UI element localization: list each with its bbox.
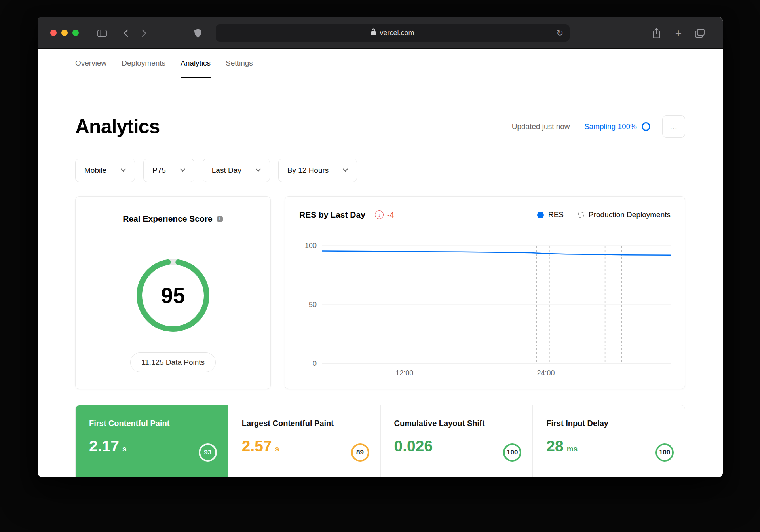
page-header: Analytics Updated just now · Sampling 10… — [75, 115, 685, 138]
timerange-filter-dropdown[interactable]: Last Day — [203, 159, 270, 182]
minimize-window-button[interactable] — [61, 30, 68, 36]
url-text: vercel.com — [380, 29, 414, 37]
new-tab-icon[interactable]: + — [672, 27, 685, 40]
metric-first-contentful-paint[interactable]: First Contentful Paint 2.17 s 93 — [76, 405, 228, 477]
score-badge: 100 — [656, 443, 674, 462]
res-dot-icon — [537, 212, 544, 218]
delta-value: -4 — [387, 210, 394, 220]
lock-icon — [371, 28, 376, 37]
delta-indicator: ↓ -4 — [375, 210, 394, 220]
metric-largest-contentful-paint[interactable]: Largest Contentful Paint 2.57 s 89 — [228, 405, 380, 477]
metric-value: 0.026 — [394, 437, 433, 455]
header-status: Updated just now · Sampling 100% … — [512, 115, 685, 138]
metric-label: First Input Delay — [546, 419, 671, 428]
share-icon[interactable] — [650, 27, 663, 40]
back-icon[interactable] — [119, 27, 133, 40]
percentile-filter-dropdown[interactable]: P75 — [143, 159, 194, 182]
svg-text:50: 50 — [309, 301, 317, 309]
svg-text:12:00: 12:00 — [395, 369, 413, 377]
nav-tab-settings[interactable]: Settings — [226, 49, 253, 78]
legend-res-label: RES — [548, 210, 564, 219]
nav-tab-analytics[interactable]: Analytics — [180, 49, 211, 78]
metric-label: Cumulative Layout Shift — [394, 419, 519, 428]
svg-text:24:00: 24:00 — [537, 369, 555, 377]
chevron-down-icon — [256, 168, 261, 172]
deployment-dashed-circle-icon — [578, 212, 584, 218]
percentile-filter-value: P75 — [152, 166, 166, 175]
res-line-chart[interactable]: 10050012:0024:00 — [299, 239, 671, 381]
chevron-down-icon — [180, 168, 185, 172]
maximize-window-button[interactable] — [72, 30, 79, 36]
score-badge: 93 — [199, 443, 217, 462]
forward-icon[interactable] — [137, 27, 151, 40]
nav-tab-deployments[interactable]: Deployments — [122, 49, 165, 78]
sampling-link[interactable]: Sampling 100% — [584, 122, 637, 131]
updated-status: Updated just now — [512, 122, 570, 131]
cards-row: Real Experience Score i 95 11,125 Data P… — [75, 196, 685, 389]
metric-value: 2.57 — [242, 437, 272, 455]
device-filter-value: Mobile — [84, 166, 106, 175]
chart-title: RES by Last Day — [299, 210, 365, 220]
res-chart-card: RES by Last Day ↓ -4 RES — [285, 196, 685, 389]
refresh-icon[interactable]: ↻ — [556, 29, 563, 37]
chevron-down-icon — [121, 168, 126, 172]
more-options-button[interactable]: … — [662, 115, 685, 138]
tab-overview-icon[interactable] — [693, 27, 707, 40]
address-bar[interactable]: vercel.com ↻ — [216, 24, 570, 42]
metric-cumulative-layout-shift[interactable]: Cumulative Layout Shift 0.026 100 — [380, 405, 533, 477]
legend-res[interactable]: RES — [537, 210, 564, 219]
score-badge: 89 — [351, 443, 369, 462]
metric-value-row: 28 ms — [546, 437, 671, 455]
metric-value: 28 — [546, 437, 563, 455]
interval-filter-value: By 12 Hours — [287, 166, 329, 175]
analytics-content: Analytics Updated just now · Sampling 10… — [38, 115, 723, 477]
res-card-title: Real Experience Score i — [123, 214, 223, 223]
project-nav: Overview Deployments Analytics Settings — [38, 49, 723, 78]
metric-unit: s — [275, 445, 279, 453]
device-filter-dropdown[interactable]: Mobile — [75, 159, 135, 182]
arrow-down-circle-icon: ↓ — [375, 210, 384, 219]
score-value: 95 — [133, 256, 213, 335]
metric-value-row: 2.17 s — [89, 437, 215, 455]
legend-production-deployments[interactable]: Production Deployments — [578, 210, 671, 219]
metric-value-row: 0.026 — [394, 437, 519, 455]
score-badge: 100 — [503, 443, 521, 462]
metric-label: First Contentful Paint — [89, 419, 215, 428]
svg-text:0: 0 — [313, 360, 317, 367]
data-points-pill: 11,125 Data Points — [130, 352, 216, 372]
timerange-filter-value: Last Day — [212, 166, 241, 175]
info-icon[interactable]: i — [217, 216, 223, 222]
window-controls — [50, 30, 79, 36]
metric-unit: ms — [567, 445, 578, 453]
browser-toolbar: vercel.com ↻ + — [38, 17, 723, 49]
svg-text:100: 100 — [305, 242, 317, 250]
metric-value-row: 2.57 s — [242, 437, 367, 455]
legend-deployments-label: Production Deployments — [589, 210, 671, 219]
close-window-button[interactable] — [50, 30, 57, 36]
res-card-title-text: Real Experience Score — [123, 214, 212, 223]
filter-bar: Mobile P75 Last Day — [75, 159, 685, 182]
sidebar-toggle-icon[interactable] — [95, 27, 109, 40]
real-experience-score-card: Real Experience Score i 95 11,125 Data P… — [75, 196, 271, 389]
metric-value: 2.17 — [89, 437, 119, 455]
dot-separator: · — [576, 122, 578, 131]
metric-first-input-delay[interactable]: First Input Delay 28 ms 100 — [532, 405, 685, 477]
chart-legend: RES Production Deployments — [537, 210, 671, 219]
nav-tab-overview[interactable]: Overview — [75, 49, 106, 78]
interval-filter-dropdown[interactable]: By 12 Hours — [278, 159, 357, 182]
vercel-page: Overview Deployments Analytics Settings … — [38, 49, 723, 477]
metric-unit: s — [122, 445, 127, 453]
page-title: Analytics — [75, 115, 160, 138]
browser-window: vercel.com ↻ + Overview Deployments Anal… — [38, 17, 723, 477]
chevron-down-icon — [343, 168, 348, 172]
score-gauge: 95 — [133, 256, 213, 335]
web-vitals-row: First Contentful Paint 2.17 s 93 Largest… — [75, 405, 685, 477]
metric-label: Largest Contentful Paint — [242, 419, 367, 428]
sampling-progress-icon — [642, 122, 650, 131]
chart-header: RES by Last Day ↓ -4 RES — [299, 210, 671, 220]
privacy-shield-icon[interactable] — [191, 27, 205, 40]
